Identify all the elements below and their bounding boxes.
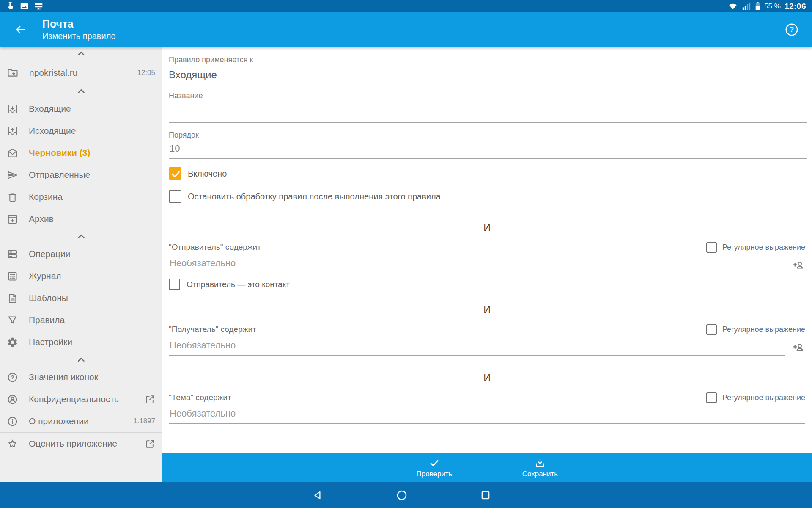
sidebar-item-label: Конфиденциальность <box>29 394 119 404</box>
sidebar-item-about[interactable]: О приложении 1.1897 <box>0 410 162 432</box>
sidebar-item-label: Корзина <box>29 192 63 202</box>
sidebar-item-privacy[interactable]: Конфиденциальность <box>0 388 162 410</box>
status-left-icons <box>6 2 44 11</box>
rule-editor: Правило применяется к Входящие Название … <box>162 47 812 482</box>
image-icon <box>20 2 29 11</box>
sender-regex-row[interactable]: Регулярное выражение <box>706 242 805 253</box>
sidebar-item-archive[interactable]: Архив <box>0 208 162 230</box>
sender-is-contact-checkbox[interactable] <box>169 279 180 290</box>
help-circle-icon: ? <box>785 22 799 37</box>
regex-label: Регулярное выражение <box>722 243 805 252</box>
action-bar: Проверить Сохранить <box>162 453 812 482</box>
page-title: Почта <box>42 18 116 30</box>
enabled-checkbox-row[interactable]: Включено <box>169 167 805 180</box>
subject-regex-row[interactable]: Регулярное выражение <box>706 392 805 403</box>
sidebar-item-label: Архив <box>29 214 54 224</box>
recents-square-icon <box>480 489 491 501</box>
inbox-icon <box>7 103 18 115</box>
app-titles: Почта Изменить правило <box>42 18 116 41</box>
and-separator: И <box>169 304 805 316</box>
sidebar-item-outbox[interactable]: Исходящие <box>0 120 162 142</box>
signal-icon <box>742 2 751 11</box>
collapse-accounts-button[interactable] <box>0 47 162 61</box>
sender-contact-picker-button[interactable] <box>791 257 805 273</box>
applies-to-label: Правило применяется к <box>169 55 805 64</box>
and-separator: И <box>169 373 805 384</box>
display-icon <box>34 2 44 11</box>
sidebar-item-rate-app[interactable]: Оценить приложение <box>0 433 162 455</box>
sidebar: npokristal.ru 12:05 Входящие Исходящие Ч… <box>0 47 162 482</box>
verify-button[interactable]: Проверить <box>407 458 462 478</box>
save-button[interactable]: Сохранить <box>513 458 568 478</box>
subject-contains-input[interactable] <box>169 406 805 424</box>
chevron-up-icon <box>76 86 87 97</box>
sidebar-item-label: Настройки <box>29 337 72 347</box>
sidebar-item-label: Операции <box>29 249 70 259</box>
regex-label: Регулярное выражение <box>722 325 805 334</box>
applies-to-value[interactable]: Входящие <box>169 69 805 81</box>
drafts-envelope-icon <box>7 147 18 159</box>
privacy-person-icon <box>7 394 18 405</box>
sidebar-item-sent[interactable]: Отправленные <box>0 164 162 186</box>
back-triangle-icon <box>312 489 324 502</box>
templates-icon <box>7 293 18 304</box>
stop-processing-label: Остановить обработку правил после выполн… <box>188 192 441 202</box>
collapse-folders-button[interactable] <box>0 85 162 98</box>
collapse-about-button[interactable] <box>0 353 162 366</box>
help-icon: ? <box>7 372 18 383</box>
enabled-checkbox[interactable] <box>169 167 181 180</box>
sidebar-item-inbox[interactable]: Входящие <box>0 98 162 120</box>
android-nav-bar <box>0 482 812 508</box>
back-button[interactable] <box>11 20 30 39</box>
subject-contains-label: "Тема" содержит <box>169 393 231 402</box>
status-right: 55 % 12:06 <box>728 2 806 11</box>
recipient-regex-row[interactable]: Регулярное выражение <box>706 324 805 335</box>
sidebar-item-operations[interactable]: Операции <box>0 243 162 265</box>
regex-label: Регулярное выражение <box>722 393 805 402</box>
svg-text:?: ? <box>790 25 794 34</box>
recipient-contact-picker-button[interactable] <box>791 339 805 356</box>
sender-contains-input[interactable] <box>169 255 785 273</box>
sidebar-item-label: О приложении <box>29 416 89 426</box>
sidebar-item-label: Значения иконок <box>29 372 98 382</box>
account-name: npokristal.ru <box>29 68 77 78</box>
nav-home-button[interactable] <box>395 489 408 502</box>
sidebar-item-templates[interactable]: Шаблоны <box>0 287 162 309</box>
account-sync-time: 12:05 <box>137 69 155 77</box>
divider <box>162 319 812 319</box>
collapse-tools-button[interactable] <box>0 230 162 243</box>
nav-recents-button[interactable] <box>480 489 491 501</box>
archive-icon <box>7 213 18 225</box>
add-person-icon <box>792 341 804 353</box>
help-button[interactable]: ? <box>782 20 801 39</box>
stop-processing-checkbox-row[interactable]: Остановить обработку правил после выполн… <box>169 190 805 203</box>
rule-order-input[interactable] <box>169 141 807 159</box>
subject-regex-checkbox[interactable] <box>706 392 717 403</box>
sidebar-item-label: Правила <box>29 315 65 325</box>
sidebar-item-settings[interactable]: Настройки <box>0 331 162 353</box>
sidebar-item-label: Входящие <box>29 104 71 114</box>
stop-processing-checkbox[interactable] <box>169 190 181 203</box>
chevron-up-icon <box>76 231 87 242</box>
name-label: Название <box>169 91 805 100</box>
recipient-regex-checkbox[interactable] <box>706 324 717 335</box>
sidebar-item-rules[interactable]: Правила <box>0 309 162 331</box>
nav-back-button[interactable] <box>312 489 324 502</box>
sidebar-item-journal[interactable]: Журнал <box>0 265 162 287</box>
sender-contains-label: "Отправитель" содержит <box>169 243 261 252</box>
recipient-contains-input[interactable] <box>169 337 785 356</box>
divider <box>162 237 812 237</box>
sidebar-item-account[interactable]: npokristal.ru 12:05 <box>0 61 162 85</box>
check-icon <box>428 458 441 469</box>
sidebar-item-icon-legend[interactable]: ? Значения иконок <box>0 366 162 388</box>
sidebar-item-label: Оценить приложение <box>29 439 117 449</box>
clock: 12:06 <box>785 2 806 11</box>
sender-regex-checkbox[interactable] <box>706 242 717 253</box>
rule-name-input[interactable] <box>169 103 807 123</box>
sidebar-item-trash[interactable]: Корзина <box>0 186 162 208</box>
journal-icon <box>7 271 18 282</box>
sender-is-contact-row[interactable]: Отправитель — это контакт <box>169 279 805 290</box>
star-icon <box>7 438 18 450</box>
sidebar-item-drafts[interactable]: Черновики (3) <box>0 142 162 164</box>
sidebar-item-label: Отправленные <box>29 170 90 180</box>
